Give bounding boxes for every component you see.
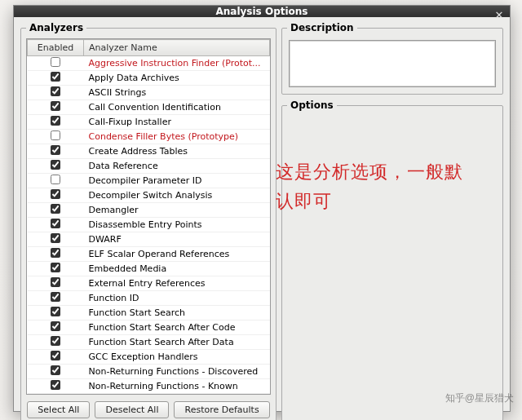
restore-defaults-button[interactable]: Restore Defaults xyxy=(174,401,269,418)
table-row[interactable]: Decompiler Switch Analysis xyxy=(28,188,270,203)
col-name-header[interactable]: Analyzer Name xyxy=(84,40,270,56)
table-row[interactable]: GCC Exception Handlers xyxy=(28,350,270,365)
enable-checkbox[interactable] xyxy=(51,160,60,170)
enable-checkbox[interactable] xyxy=(51,116,60,126)
table-row[interactable]: Function Start Search After Data xyxy=(28,335,270,350)
table-row[interactable]: Embedded Media xyxy=(28,262,270,276)
analyzer-name[interactable]: Non-Returning Functions - Known xyxy=(84,379,270,394)
row-enabled-cell xyxy=(28,218,84,232)
row-enabled-cell xyxy=(28,174,84,188)
row-enabled-cell xyxy=(28,321,84,335)
table-row[interactable]: Aggressive Instruction Finder (Protot... xyxy=(28,56,270,71)
table-row[interactable]: Condense Filler Bytes (Prototype) xyxy=(28,130,270,144)
table-row[interactable]: DWARF xyxy=(28,232,270,247)
row-enabled-cell xyxy=(28,232,84,247)
analyzer-name[interactable]: Embedded Media xyxy=(84,262,270,276)
row-enabled-cell xyxy=(28,306,84,321)
analyzer-name[interactable]: ELF Scalar Operand References xyxy=(84,247,270,262)
enable-checkbox[interactable] xyxy=(51,380,60,390)
analyzer-name[interactable]: Non-Returning Functions - Discovered xyxy=(84,365,270,379)
analyzer-name[interactable]: Function Start Search xyxy=(84,306,270,321)
table-row[interactable]: Function Start Search xyxy=(28,306,270,321)
description-text xyxy=(289,40,496,87)
enable-checkbox[interactable] xyxy=(51,145,60,155)
row-enabled-cell xyxy=(28,56,84,71)
close-icon[interactable]: ✕ xyxy=(492,7,507,22)
analyzer-name[interactable]: Apply Data Archives xyxy=(84,71,270,86)
table-row[interactable]: Function Start Search After Code xyxy=(28,321,270,335)
enable-checkbox[interactable] xyxy=(51,72,60,82)
analyzer-name[interactable]: Condense Filler Bytes (Prototype) xyxy=(84,130,270,144)
analyzer-name[interactable]: Function Start Search After Data xyxy=(84,335,270,350)
table-row[interactable]: Call-Fixup Installer xyxy=(28,115,270,130)
enable-checkbox[interactable] xyxy=(51,248,60,258)
enable-checkbox[interactable] xyxy=(51,292,60,302)
enable-checkbox[interactable] xyxy=(51,57,60,67)
options-legend: Options xyxy=(287,99,337,111)
row-enabled-cell xyxy=(28,86,84,100)
options-group: Options xyxy=(281,99,503,420)
titlebar: Analysis Options ✕ xyxy=(14,6,510,17)
panes: Analyzers Enabled Analyzer Name Aggressi… xyxy=(20,22,503,420)
analyzer-name[interactable]: DWARF xyxy=(84,232,270,247)
enable-checkbox[interactable] xyxy=(51,307,60,316)
col-enabled-header[interactable]: Enabled xyxy=(28,40,84,56)
analyzer-name[interactable]: Call-Fixup Installer xyxy=(84,115,270,130)
table-row[interactable]: Apply Data Archives xyxy=(28,71,270,86)
row-enabled-cell xyxy=(28,115,84,130)
table-row[interactable]: Decompiler Parameter ID xyxy=(28,174,270,188)
enable-checkbox[interactable] xyxy=(51,277,60,287)
enable-checkbox[interactable] xyxy=(51,189,60,199)
deselect-all-button[interactable]: Deselect All xyxy=(95,401,169,418)
analyzer-name[interactable]: ASCII Strings xyxy=(84,86,270,100)
analyzers-table-wrap[interactable]: Enabled Analyzer Name Aggressive Instruc… xyxy=(26,38,271,395)
analyzer-name[interactable]: Decompiler Switch Analysis xyxy=(84,188,270,203)
enable-checkbox[interactable] xyxy=(51,204,60,214)
enable-checkbox[interactable] xyxy=(51,175,60,184)
table-row[interactable]: External Entry References xyxy=(28,276,270,291)
table-row[interactable]: Demangler xyxy=(28,203,270,218)
analyzer-name[interactable]: GCC Exception Handlers xyxy=(84,350,270,365)
description-legend: Description xyxy=(287,22,357,33)
enable-checkbox[interactable] xyxy=(51,336,60,346)
enable-checkbox[interactable] xyxy=(51,101,60,111)
row-enabled-cell xyxy=(28,262,84,276)
table-row[interactable]: ASCII Strings xyxy=(28,86,270,100)
table-row[interactable]: Non-Returning Functions - Discovered xyxy=(28,365,270,379)
enable-checkbox[interactable] xyxy=(51,263,60,272)
analyzer-name[interactable]: Aggressive Instruction Finder (Protot... xyxy=(84,56,270,71)
enable-checkbox[interactable] xyxy=(51,233,60,243)
analyzer-name[interactable]: Call Convention Identification xyxy=(84,100,270,115)
analyzer-name[interactable]: Data Reference xyxy=(84,159,270,174)
enable-checkbox[interactable] xyxy=(51,130,60,140)
analyzer-name[interactable]: Disassemble Entry Points xyxy=(84,218,270,232)
table-row[interactable]: Function ID xyxy=(28,291,270,306)
row-enabled-cell xyxy=(28,247,84,262)
analyzer-name[interactable]: Function ID xyxy=(84,291,270,306)
analyzer-name[interactable]: Function Start Search After Code xyxy=(84,321,270,335)
enable-checkbox[interactable] xyxy=(51,86,60,96)
analyzer-name[interactable]: External Entry References xyxy=(84,276,270,291)
table-row[interactable]: Non-Returning Functions - Known xyxy=(28,379,270,394)
enable-checkbox[interactable] xyxy=(51,321,60,331)
analyzer-name[interactable]: Create Address Tables xyxy=(84,144,270,159)
table-row[interactable]: ELF Scalar Operand References xyxy=(28,247,270,262)
row-enabled-cell xyxy=(28,71,84,86)
analyzer-buttons: Select All Deselect All Restore Defaults xyxy=(26,395,271,418)
row-enabled-cell xyxy=(28,335,84,350)
analyzer-name[interactable]: Decompiler Parameter ID xyxy=(84,174,270,188)
table-row[interactable]: Data Reference xyxy=(28,159,270,174)
description-group: Description xyxy=(281,22,503,95)
dialog-title: Analysis Options xyxy=(215,6,307,17)
select-all-button[interactable]: Select All xyxy=(27,401,90,418)
table-row[interactable]: Call Convention Identification xyxy=(28,100,270,115)
table-row[interactable]: Create Address Tables xyxy=(28,144,270,159)
row-enabled-cell xyxy=(28,365,84,379)
analyzer-name[interactable]: Demangler xyxy=(84,203,270,218)
row-enabled-cell xyxy=(28,188,84,203)
row-enabled-cell xyxy=(28,350,84,365)
enable-checkbox[interactable] xyxy=(51,351,60,360)
table-row[interactable]: Disassemble Entry Points xyxy=(28,218,270,232)
enable-checkbox[interactable] xyxy=(51,219,60,228)
enable-checkbox[interactable] xyxy=(51,365,60,375)
